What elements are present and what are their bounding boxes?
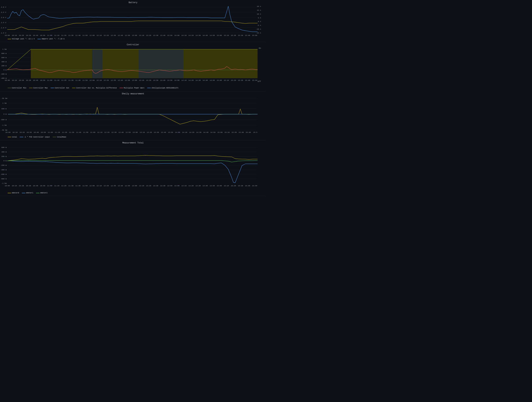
shelly-xlabel-32: 15:20 [232, 131, 237, 133]
mt-xlabel-26: 14:20 [188, 185, 194, 187]
shelly-xlabel-17: 12:50 [126, 131, 131, 133]
voltage-legend-label: Voltage Last *: 13.1 V [12, 38, 35, 40]
shelly-xlabel-4: 10:40 [34, 131, 39, 133]
ctrl-legend-5: shellyplus1pm-4855199b137c [147, 87, 178, 89]
battery-xlabel-6: 11:00 [47, 34, 52, 36]
measurement-total-chart-title: Measurement Total [1, 142, 265, 144]
mt-xlabel-18: 13:00 [132, 185, 137, 187]
mt-xlabel-8: 11:20 [61, 185, 66, 187]
battery-xlabel-35: 15:50 [252, 34, 257, 36]
battery-xlabel-28: 14:40 [203, 34, 208, 36]
shelly-ylabel-2: 500 W [1, 108, 6, 110]
mt-xlabel-4: 10:40 [33, 185, 38, 187]
ampere-legend-dot [38, 39, 41, 39]
shelly-xlabel-14: 12:20 [104, 131, 109, 133]
battery-ylabel-r5: -5 A [257, 25, 261, 26]
mt-xlabel-0: 10:00 [5, 185, 10, 187]
ctrl-xlabel-32: 15:20 [231, 79, 236, 81]
ctrl-label-4: Multiplus Power Watt [124, 87, 145, 89]
shelly-xlabel-27: 14:30 [196, 131, 201, 133]
battery-xlabel-8: 11:20 [61, 34, 66, 36]
mt-ylabel-2: 200 W [1, 156, 6, 157]
battery-xlabel-33: 15:30 [238, 34, 243, 36]
shelly-chart-title: Shelly measurement [1, 93, 265, 95]
mt-ylabel-0: 600 W [1, 146, 6, 148]
ctrl-label-3: Controller Out vs. Multiplus Difference [76, 87, 117, 89]
shelly-xlabel-2: 10:20 [19, 131, 25, 133]
battery-ylabel-3: 12.5 V [1, 22, 6, 24]
mt-legend-0: emeter0 [8, 192, 19, 194]
ctrl-xlabel-11: 11:50 [82, 79, 88, 81]
shelly-xlabel-20: 13:20 [147, 131, 152, 133]
battery-xlabel-15: 12:30 [111, 34, 116, 36]
mt-xlabel-21: 13:30 [153, 185, 158, 187]
battery-legend: Voltage Last *: 13.1 V Ampere Last *: -7… [1, 37, 265, 41]
shelly-xlabel-22: 13:40 [161, 131, 166, 133]
mt-legend-1: emeter1 [22, 192, 33, 194]
mt-ylabel-6: -600 W [1, 173, 6, 175]
mt-ylabel-4: -200 W [1, 164, 6, 166]
ctrl-xlabel-35: 15:50 [252, 79, 257, 81]
battery-xlabel-26: 14:20 [188, 34, 194, 36]
controller-chart-container: Controller 1 kW 800 W 600 W 400 W 200 W … [0, 42, 266, 91]
battery-xlabel-29: 14:50 [210, 34, 215, 36]
measurement-total-chart-container: Measurement Total 600 W 400 W 200 W 0 W … [0, 140, 266, 196]
battery-legend-ampere: Ampere Last *: -7.10 A [38, 38, 64, 40]
battery-chart-svg: 14.0 V 13.5 V 13.0 V 12.5 V 12.0 V 11.5 … [1, 5, 265, 37]
mt-label-2: emeter2 [40, 192, 47, 194]
shelly-xlabel-21: 13:30 [154, 131, 159, 133]
battery-xlabel-16: 12:40 [118, 34, 123, 36]
mt-ylabel-7: -800 W [1, 178, 6, 180]
ctrl-legend-4: Multiplus Power Watt [120, 87, 145, 89]
controller-chart-svg: 1 kW 800 W 600 W 400 W 200 W 0 W -200 W … [1, 47, 265, 86]
mt-label-0: emeter0 [12, 192, 19, 194]
battery-xlabel-17: 12:50 [125, 34, 130, 36]
mt-xlabel-11: 11:50 [82, 185, 88, 187]
ctrl-ylabel-1: 800 W [1, 52, 6, 54]
ctrl-legend-2: Controller Out [51, 87, 69, 89]
shelly-xlabel-23: 13:50 [168, 131, 173, 133]
battery-xlabel-10: 11:40 [75, 34, 81, 36]
shelly-dot-0 [8, 137, 11, 137]
mt-legend-2: emeter2 [36, 192, 47, 194]
ctrl-xlabel-33: 15:30 [238, 79, 243, 81]
mt-xlabel-23: 13:50 [167, 185, 172, 187]
shelly-xlabel-10: 11:40 [76, 131, 81, 133]
shelly-xlabel-0: 10:00 [5, 131, 11, 133]
shelly-total-line [8, 107, 258, 124]
shelly-xlabel-12: 12:00 [90, 131, 95, 133]
ctrl-xlabel-30: 15:00 [217, 79, 222, 81]
shelly-xlabel-16: 12:40 [118, 131, 124, 133]
off-label: Off [258, 80, 261, 83]
battery-xlabel-12: 12:00 [89, 34, 95, 36]
battery-ylabel-r6: -10 A [256, 28, 261, 30]
shelly-chart-container: Shelly measurement 1.50 kW 1 kW 500 W 0 … [0, 91, 266, 140]
shelly-xlabel-31: 15:10 [224, 131, 230, 133]
shelly-xlabel-30: 15:00 [217, 131, 222, 133]
mt-xlabel-7: 11:10 [54, 185, 59, 187]
ctrl-xlabel-10: 11:40 [75, 79, 81, 81]
battery-ylabel-r1: 15 A [257, 9, 261, 11]
mt-xlabel-28: 14:40 [203, 185, 208, 187]
shelly-xlabel-34: 15:40 [246, 131, 251, 133]
shelly-legend-1: -1 * PID Controller input [20, 136, 50, 138]
battery-xlabel-21: 13:30 [153, 34, 158, 36]
shelly-label-0: total [12, 136, 17, 138]
ctrl-xlabel-29: 14:50 [210, 79, 215, 81]
ctrl-xlabel-18: 13:00 [132, 79, 137, 81]
battery-xlabel-2: 10:20 [19, 34, 24, 36]
mt-xlabel-22: 13:40 [160, 185, 165, 187]
ctrl-dot-1 [29, 88, 32, 88]
ctrl-xlabel-12: 12:00 [89, 79, 95, 81]
voltage-legend-dot [8, 39, 11, 39]
ctrl-xlabel-31: 15:10 [224, 79, 229, 81]
battery-legend-voltage: Voltage Last *: 13.1 V [8, 38, 35, 40]
battery-xlabel-5: 10:50 [40, 34, 45, 36]
ctrl-label-5: shellyplus1pm-4855199b137c [152, 87, 178, 89]
battery-ylabel-4: 12.0 V [1, 27, 6, 29]
mt-xlabel-20: 13:20 [146, 185, 151, 187]
shelly-xlabel-13: 12:10 [97, 131, 102, 133]
battery-chart-area: 14.0 V 13.5 V 13.0 V 12.5 V 12.0 V 11.5 … [1, 5, 265, 41]
ctrl-dot-3 [72, 88, 76, 88]
battery-xlabel-18: 13:00 [132, 34, 137, 36]
